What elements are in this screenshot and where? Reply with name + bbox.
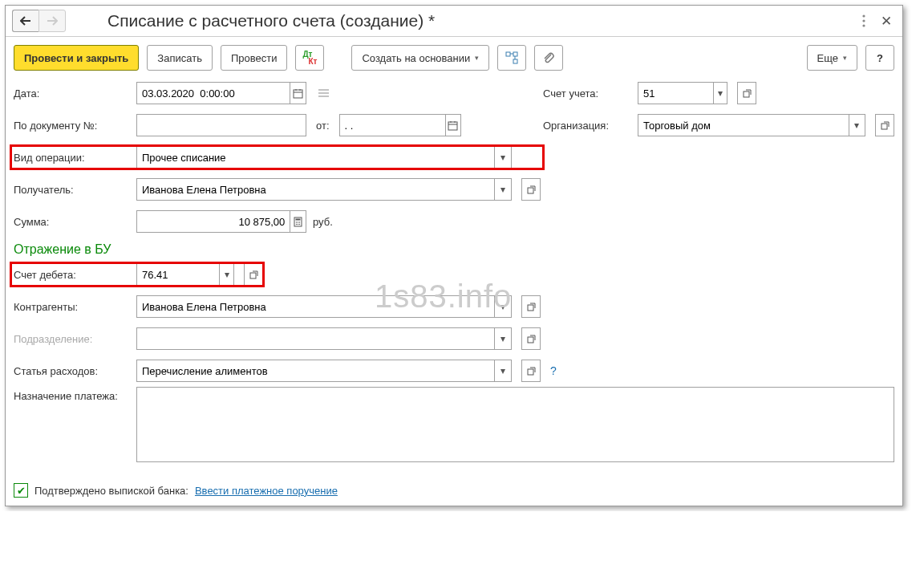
docno-label: По документу №: [14, 120, 130, 132]
svg-rect-21 [296, 218, 301, 220]
svg-rect-18 [881, 124, 887, 129]
svg-rect-29 [528, 305, 533, 311]
svg-point-22 [296, 221, 297, 222]
svg-point-2 [862, 24, 865, 26]
nav-back-button[interactable] [12, 10, 38, 32]
create-based-label: Создать на основании [362, 52, 470, 64]
svg-rect-28 [250, 273, 256, 278]
svg-rect-14 [448, 122, 457, 130]
purpose-textarea[interactable] [137, 388, 894, 461]
date-label: Дата: [14, 87, 130, 100]
debit-label: Счет дебета: [14, 269, 130, 281]
open-icon[interactable] [875, 114, 894, 136]
sum-label: Сумма: [14, 216, 130, 228]
svg-point-1 [862, 19, 865, 22]
dtkt-icon: ДтКт [302, 51, 317, 65]
purpose-label: Назначение платежа: [14, 387, 130, 402]
dropdown-icon[interactable]: ▾ [494, 360, 511, 381]
more-label: Еще [817, 52, 838, 64]
dropdown-icon[interactable]: ▾ [494, 328, 511, 349]
save-button[interactable]: Записать [147, 45, 213, 71]
calendar-icon[interactable] [290, 83, 306, 104]
org-input[interactable] [638, 115, 849, 136]
svg-rect-31 [528, 369, 533, 375]
create-based-on-button[interactable]: Создать на основании ▾ [351, 45, 489, 71]
confirmed-label: Подтверждено выпиской банка: [34, 485, 188, 497]
open-icon[interactable] [521, 327, 541, 350]
dropdown-icon[interactable]: ▾ [494, 179, 511, 200]
open-icon[interactable] [521, 295, 541, 318]
kebab-menu-icon[interactable] [854, 11, 873, 30]
optype-input[interactable] [137, 147, 494, 168]
help-button[interactable]: ? [865, 45, 894, 71]
svg-point-25 [296, 223, 297, 224]
open-icon[interactable] [737, 82, 756, 104]
dropdown-icon[interactable]: ▾ [849, 115, 865, 136]
expense-input[interactable] [137, 360, 494, 381]
window-title: Списание с расчетного счета (создание) * [107, 11, 435, 30]
account-input[interactable] [638, 83, 713, 104]
debit-input[interactable] [137, 264, 219, 285]
currency-label: руб. [313, 216, 333, 228]
svg-rect-13 [744, 91, 749, 97]
bu-section-header: Отражение в БУ [14, 238, 894, 258]
svg-point-23 [298, 221, 298, 222]
close-button[interactable]: ✕ [877, 11, 896, 30]
org-label: Организация: [543, 120, 631, 132]
open-icon[interactable] [521, 178, 541, 201]
more-button[interactable]: Еще ▾ [807, 45, 857, 71]
dropdown-icon[interactable]: ▾ [494, 147, 511, 168]
open-icon[interactable] [521, 360, 541, 382]
document-list-icon[interactable] [313, 83, 334, 104]
structure-button[interactable] [497, 45, 526, 71]
optype-label: Вид операции: [14, 152, 130, 164]
svg-rect-4 [513, 52, 517, 56]
help-hint-icon[interactable]: ? [550, 364, 557, 377]
svg-rect-19 [528, 188, 533, 193]
post-button[interactable]: Провести [221, 45, 288, 71]
enter-payment-order-link[interactable]: Ввести платежное поручение [195, 485, 338, 497]
svg-rect-5 [513, 59, 517, 63]
payee-input[interactable] [137, 179, 494, 200]
dropdown-icon[interactable]: ▾ [713, 83, 727, 104]
open-icon[interactable] [244, 263, 263, 286]
chevron-down-icon: ▾ [843, 54, 847, 62]
dtkt-button[interactable]: ДтКт [295, 45, 324, 71]
svg-point-27 [299, 223, 300, 224]
confirmed-checkbox[interactable]: ✔ [14, 483, 28, 498]
date-input[interactable] [137, 83, 290, 104]
account-label: Счет учета: [543, 87, 631, 100]
svg-rect-30 [528, 337, 533, 343]
svg-point-24 [299, 221, 300, 222]
sum-input[interactable] [137, 211, 290, 232]
dept-input[interactable] [137, 328, 494, 349]
nav-forward-button[interactable] [38, 10, 66, 32]
dropdown-icon[interactable]: ▾ [494, 296, 511, 317]
expense-label: Статья расходов: [14, 365, 130, 377]
chevron-down-icon: ▾ [475, 54, 479, 62]
calculator-icon[interactable] [290, 211, 306, 232]
dept-label: Подразделение: [14, 333, 130, 345]
svg-rect-3 [506, 52, 510, 56]
docno-from-label: от: [316, 120, 330, 132]
payee-label: Получатель: [14, 184, 130, 196]
dropdown-icon[interactable]: ▾ [219, 264, 233, 285]
cpty-input[interactable] [137, 296, 494, 317]
svg-point-0 [862, 14, 865, 17]
svg-rect-6 [294, 90, 302, 98]
docno-date-input[interactable] [340, 115, 445, 136]
docno-input[interactable] [137, 115, 306, 136]
cpty-label: Контрагенты: [14, 301, 130, 313]
svg-point-26 [298, 223, 298, 224]
post-and-close-button[interactable]: Провести и закрыть [14, 45, 139, 71]
calendar-icon[interactable] [445, 115, 460, 136]
attachment-button[interactable] [534, 45, 563, 71]
